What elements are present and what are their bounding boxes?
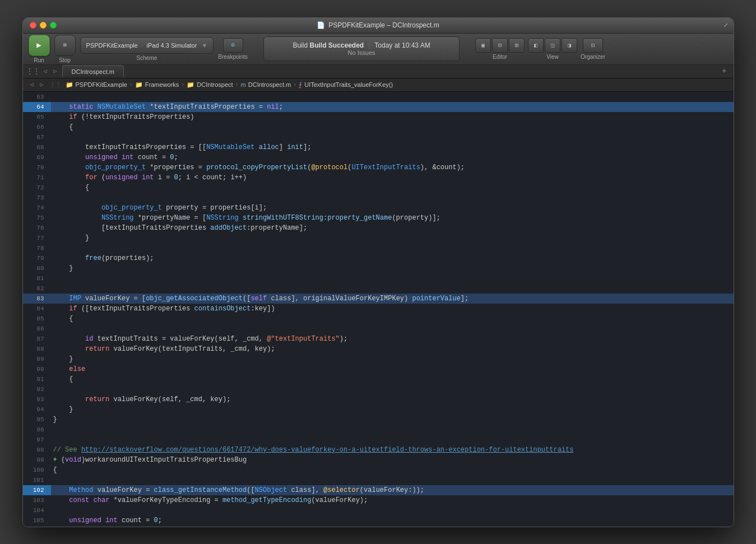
tab-forward-btn[interactable]: ▷ (51, 67, 60, 76)
breadcrumb-forward-btn[interactable]: ▷ (38, 80, 47, 89)
scheme-selector[interactable]: PSPDFKitExample › iPad 4.3 Simulator ▼ (80, 37, 214, 54)
editor-section: ▣ ⊟ ⊞ Editor (475, 38, 525, 60)
doc-icon: 📄 (317, 21, 325, 29)
table-row: 65 if (!textInputTraitsProperties) (23, 112, 734, 122)
window-title: 📄 PSPDFKitExample – DCIntrospect.m (317, 21, 439, 29)
editor-buttons: ▣ ⊟ ⊞ (475, 38, 525, 53)
table-row: 79 free(properties); (23, 253, 734, 263)
table-row: 64 static NSMutableSet *textInputTraitsP… (23, 102, 734, 112)
titlebar: 📄 PSPDFKitExample – DCIntrospect.m ⤢ (23, 18, 734, 34)
breadcrumb-back-btn[interactable]: ◁ (27, 80, 36, 89)
breadcrumb-project[interactable]: 📁 PSPDFKitExample (66, 81, 127, 89)
table-row: 97 (23, 435, 734, 445)
table-row: 98 // See http://stackoverflow.com/quest… (23, 445, 734, 455)
minimize-button[interactable] (40, 22, 47, 29)
table-row: 77 } (23, 233, 734, 243)
view-label: View (546, 54, 559, 60)
breadcrumb-nav: ◁ ▷ (27, 80, 47, 89)
table-row: 106 Class *classes = objc_copyClassList(… (23, 526, 734, 527)
fullscreen-button[interactable] (50, 22, 57, 29)
table-row: 72 { (23, 183, 734, 193)
table-row: 88 return valueForKey(textInputTraits, _… (23, 344, 734, 354)
no-issues-text: No Issues (348, 49, 375, 56)
table-row: 71 for (unsigned int i = 0; i < count; i… (23, 173, 734, 183)
close-button[interactable] (30, 22, 36, 29)
table-row: 105 unsigned int count = 0; (23, 515, 734, 526)
table-row: 68 textInputTraitsProperties = [[NSMutab… (23, 142, 734, 152)
table-row: 96 (23, 425, 734, 435)
breadcrumb-dcintrospect-group[interactable]: 📁 DCIntrospect (187, 81, 233, 89)
build-status-top: Build Build Succeeded | Today at 10:43 A… (293, 41, 430, 49)
breakpoints-button[interactable]: ⊕ (223, 38, 243, 53)
table-row: 94 } (23, 404, 734, 415)
table-row: 76 [textInputTraitsProperties addObject:… (23, 223, 734, 233)
breakpoints-label: Breakpoints (218, 54, 248, 60)
view-section: ◧ ◫ ◨ View (528, 38, 577, 60)
table-row: 75 NSString *propertyName = [NSString st… (23, 213, 734, 223)
table-row: 90 else (23, 364, 734, 374)
build-status: Build Build Succeeded | Today at 10:43 A… (263, 36, 460, 61)
view-left-btn[interactable]: ◧ (528, 38, 544, 53)
editor-assistant-btn[interactable]: ⊞ (509, 38, 525, 53)
table-row: 66 { (23, 122, 734, 132)
table-row: 69 unsigned int count = 0; (23, 152, 734, 162)
breadcrumb-list-btn[interactable]: ⋮⋮ (51, 80, 60, 89)
table-row: 86 (23, 324, 734, 334)
scheme-label: Scheme (137, 55, 157, 61)
toolbar: ▶ Run ■ Stop PSPDFKitExample › iPad 4.3 … (23, 34, 734, 65)
toolbar-right: ▣ ⊟ ⊞ Editor ◧ ◫ ◨ View ⊡ Organizer (475, 38, 605, 60)
table-row: 74 objc_property_t property = properties… (23, 203, 734, 213)
run-button[interactable]: ▶ (29, 35, 50, 56)
table-row: 73 (23, 193, 734, 203)
table-row: 81 (23, 273, 734, 283)
view-buttons: ◧ ◫ ◨ (528, 38, 577, 53)
table-row: 101 (23, 475, 734, 485)
tab-dcintrospect[interactable]: DCIntrospect.m (62, 65, 124, 77)
table-row: 93 return valueForKey(self, _cmd, key); (23, 394, 734, 404)
build-succeeded-text: Build Build Succeeded (293, 41, 364, 49)
table-row: 91 { (23, 374, 734, 384)
xcode-window: 📄 PSPDFKitExample – DCIntrospect.m ⤢ ▶ R… (22, 17, 734, 527)
view-bottom-btn[interactable]: ◫ (545, 38, 560, 53)
scheme-name: PSPDFKitExample (86, 42, 138, 49)
table-row: 67 (23, 132, 734, 142)
editor-label: Editor (493, 54, 507, 60)
organizer-button[interactable]: ⊡ (583, 38, 603, 53)
organizer-section: ⊡ Organizer (581, 38, 605, 60)
stop-label: Stop (59, 57, 71, 63)
stop-button[interactable]: ■ (54, 35, 76, 56)
breadcrumb-function[interactable]: ⨍ UITextInputTraits_valueForKey() (299, 81, 393, 89)
tabbar: ⋮⋮ ◁ ▷ DCIntrospect.m + (23, 65, 734, 78)
table-row: 78 (23, 243, 734, 253)
view-right-btn[interactable]: ◨ (562, 38, 577, 53)
table-row: 92 (23, 384, 734, 394)
editor-split-btn[interactable]: ⊟ (492, 38, 508, 53)
tab-list-icon[interactable]: ⋮⋮ (27, 67, 39, 76)
table-row: 99 + (void)workaroundUITextInputTraitsPr… (23, 455, 734, 465)
table-row: 104 (23, 505, 734, 515)
table-row: 89 } (23, 354, 734, 364)
table-row: 63 (23, 92, 734, 102)
table-row: 100 { (23, 465, 734, 475)
breadcrumb: ◁ ▷ ⋮⋮ 📁 PSPDFKitExample › 📁 Frameworks … (23, 78, 734, 92)
table-row: 102 Method valueForKey = class_getInstan… (23, 485, 734, 495)
organizer-label: Organizer (581, 54, 605, 60)
breadcrumb-frameworks[interactable]: 📁 Frameworks (135, 81, 179, 89)
tab-back-btn[interactable]: ◁ (41, 67, 50, 76)
table-row: 83 IMP valueForKey = [objc_getAssociated… (23, 294, 734, 304)
table-row: 80 } (23, 263, 734, 273)
table-row: 87 id textInputTraits = valueForKey(self… (23, 334, 734, 344)
build-time: Today at 10:43 AM (374, 41, 430, 49)
code-editor: 63 64 static NSMutableSet *textInputTrai… (23, 92, 734, 527)
table-row: 70 objc_property_t *properties = protoco… (23, 162, 734, 173)
run-btn-group: ▶ Run (29, 35, 50, 63)
add-tab-btn[interactable]: + (720, 67, 729, 76)
editor-single-btn[interactable]: ▣ (475, 38, 491, 53)
code-area[interactable]: 63 64 static NSMutableSet *textInputTrai… (23, 92, 734, 527)
fullscreen-icon[interactable]: ⤢ (723, 22, 728, 29)
breadcrumb-file[interactable]: m DCIntrospect.m (241, 81, 291, 88)
scheme-device: iPad 4.3 Simulator (146, 42, 197, 49)
stop-btn-group: ■ Stop (54, 35, 76, 63)
table-row: 95 } (23, 415, 734, 425)
breakpoints-group: ⊕ Breakpoints (218, 38, 248, 60)
